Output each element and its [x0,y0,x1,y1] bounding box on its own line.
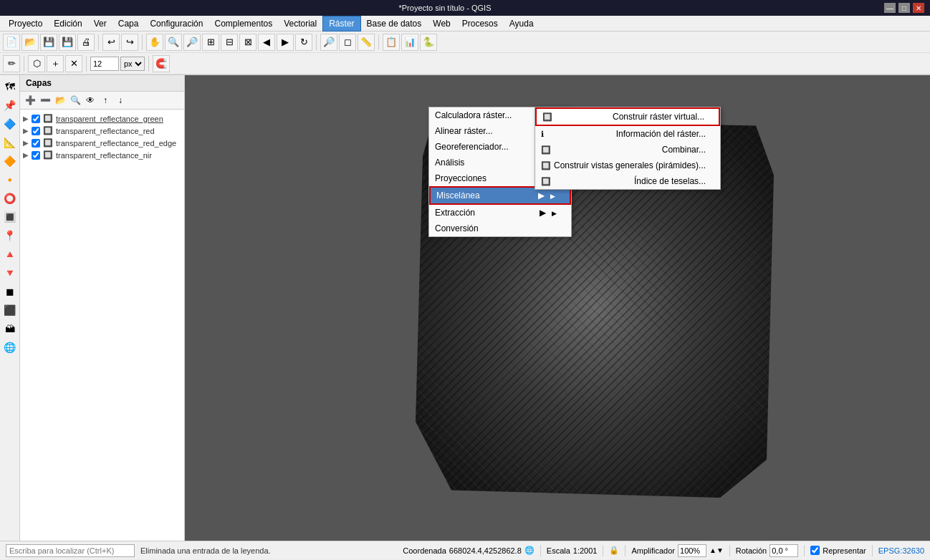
left-icon-10[interactable]: 🔺 [1,246,19,263]
layer-expand-3[interactable]: ▶ [23,151,29,159]
attr-table-btn[interactable]: 📋 [383,34,400,51]
zoom-in-btn[interactable]: 🔍 [165,34,182,51]
python-btn[interactable]: 🐍 [420,34,437,51]
rotation-display: Rotación [736,544,798,557]
pan-btn[interactable]: ✋ [146,34,163,51]
menu-ayuda[interactable]: Ayuda [504,16,540,32]
main-layout: 🗺 📌 🔷 📐 🔶 🔸 ⭕ 🔳 📍 🔺 🔻 ◼ ⬛ 🏔 🌐 Capas ➕ ➖ … [0,75,930,541]
zoom-full-btn[interactable]: ⊞ [202,34,219,51]
undo-btn[interactable]: ↩ [102,34,120,51]
select-btn[interactable]: ◻ [339,34,356,51]
amplifier-label: Amplificador [631,546,675,555]
layer-expand-0[interactable]: ▶ [23,115,29,122]
amplifier-spin[interactable]: ▲▼ [709,546,724,554]
left-icon-6[interactable]: 🔸 [1,171,19,188]
identify-btn[interactable]: 🔎 [320,34,337,51]
layers-filter-btn[interactable]: 🔍 [68,93,82,107]
left-icon-3[interactable]: 🔷 [1,115,19,132]
left-icon-2[interactable]: 📌 [1,97,19,114]
menu-proyecto[interactable]: Proyecto [3,16,48,32]
layer-item-3[interactable]: ▶ 🔲 transparent_reflectance_nir [23,149,181,161]
menu-ver[interactable]: Ver [88,16,112,32]
window-controls: — □ ✕ [884,3,924,13]
statistics-btn[interactable]: 📊 [401,34,418,51]
submenu-combinar[interactable]: 🔲 Combinar... [535,142,720,158]
left-icon-11[interactable]: 🔻 [1,264,19,281]
left-icon-7[interactable]: ⭕ [1,190,19,207]
locate-search-input[interactable] [6,544,135,557]
edit-pencil-btn[interactable]: ✏ [3,55,20,72]
open-btn[interactable]: 📂 [21,34,39,51]
menu-configuracion[interactable]: Configuración [144,16,208,32]
represent-checkbox[interactable] [810,546,820,555]
print-btn[interactable]: 🖨 [77,34,95,51]
menu-capa[interactable]: Capa [112,16,145,32]
left-icon-9[interactable]: 📍 [1,227,19,244]
layer-cb-2[interactable] [32,139,40,148]
layer-item-1[interactable]: ▶ 🔲 transparent_reflectance_red [23,125,181,137]
submenu-construir-virtual[interactable]: 🔲 Construir ráster virtual... [535,107,720,126]
redo-btn[interactable]: ↪ [121,34,138,51]
left-icon-14[interactable]: 🏔 [1,320,19,337]
zoom-next-btn[interactable]: ▶ [277,34,294,51]
layers-up-btn[interactable]: ↑ [98,93,112,107]
menu-vectorial[interactable]: Vectorial [278,16,322,32]
zoom-out-btn[interactable]: 🔎 [183,34,201,51]
submenu-piramides[interactable]: 🔲 Construir vistas generales (pirámides)… [535,158,720,173]
left-icon-1[interactable]: 🗺 [1,78,19,95]
left-icon-15[interactable]: 🌐 [1,339,19,356]
left-icon-13[interactable]: ⬛ [1,301,19,319]
delete-feature-btn[interactable]: ✕ [65,55,82,72]
left-icon-12[interactable]: ◼ [1,283,19,300]
map-area[interactable]: Calculadora ráster... Alinear ráster... … [185,75,930,541]
rotation-input[interactable] [770,544,798,557]
layers-eye-btn[interactable]: 👁 [83,93,97,107]
layer-cb-0[interactable] [32,115,40,123]
menu-web[interactable]: Web [427,16,456,32]
left-icon-5[interactable]: 🔶 [1,153,19,170]
refresh-btn[interactable]: ↻ [295,34,312,51]
zoom-value-input[interactable] [90,57,119,71]
submenu-indice-teselas[interactable]: 🔲 Índice de teselas... [535,173,720,189]
menu-edicion[interactable]: Edición [48,16,87,32]
amplifier-input[interactable] [678,544,706,557]
zoom-layer-btn[interactable]: ⊟ [221,34,238,51]
new-project-btn[interactable]: 📄 [3,34,20,51]
layers-add-btn[interactable]: ➕ [23,93,37,107]
minimize-button[interactable]: — [884,3,896,13]
layer-expand-2[interactable]: ▶ [23,139,29,147]
save-as-btn[interactable]: 💾 [59,34,76,51]
lock-icon[interactable]: 🔒 [609,546,619,555]
layers-open-btn[interactable]: 📂 [53,93,67,107]
menu-conversion[interactable]: Conversión [429,221,571,236]
menu-basedatos[interactable]: Base de datos [361,16,428,32]
layer-expand-1[interactable]: ▶ [23,127,29,135]
layer-cb-1[interactable] [32,127,40,135]
add-feature-btn[interactable]: ＋ [47,55,64,72]
menu-complementos[interactable]: Complementos [208,16,278,32]
node-tool-btn[interactable]: ⬡ [28,55,45,72]
extraccion-submenu-icon: ▶ [540,208,557,218]
measure-btn[interactable]: 📏 [358,34,375,51]
submenu-informacion[interactable]: ℹ Información del ráster... [535,126,720,142]
layers-down-btn[interactable]: ↓ [113,93,128,107]
left-icon-8[interactable]: 🔳 [1,208,19,226]
save-btn[interactable]: 💾 [40,34,57,51]
maximize-button[interactable]: □ [898,3,910,13]
conversion-label: Conversión [435,223,479,233]
layer-item-2[interactable]: ▶ 🔲 transparent_reflectance_red_edge [23,137,181,149]
snap-btn[interactable]: 🧲 [153,55,170,72]
menu-extraccion[interactable]: Extracción ▶ [429,205,571,221]
zoom-prev-btn[interactable]: ◀ [258,34,275,51]
toolbars: 📄 📂 💾 💾 🖨 ↩ ↪ ✋ 🔍 🔎 ⊞ ⊟ ⊠ ◀ ▶ ↻ 🔎 ◻ 📏 📋 … [0,32,930,75]
menu-raster[interactable]: Ráster [322,16,360,32]
layer-cb-3[interactable] [32,151,40,160]
menu-procesos[interactable]: Procesos [456,16,504,32]
close-button[interactable]: ✕ [913,3,924,13]
zoom-unit-select[interactable]: px [120,57,145,71]
layer-item-0[interactable]: ▶ 🔲 transparent_reflectance_green [23,112,181,125]
left-icon-4[interactable]: 📐 [1,134,19,151]
zoom-selected-btn[interactable]: ⊠ [239,34,257,51]
layers-remove-btn[interactable]: ➖ [38,93,52,107]
epsg-value[interactable]: EPSG:32630 [878,546,924,555]
